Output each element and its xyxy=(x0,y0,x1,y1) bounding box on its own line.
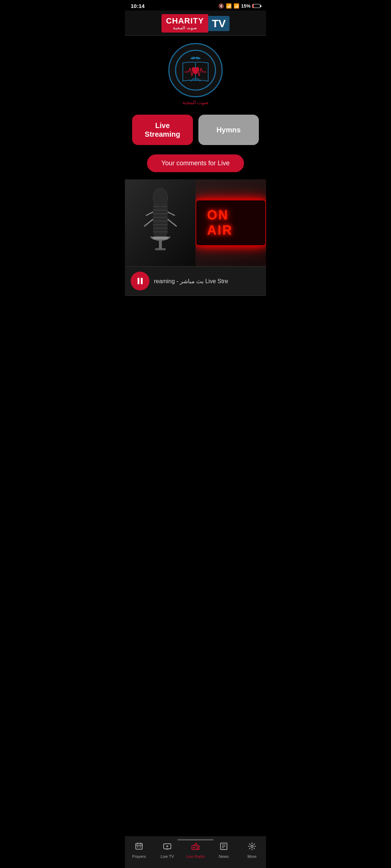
logo-arabic-text: صوت المحبة xyxy=(168,99,223,105)
charity-logo: CHARITY صوت المحبة xyxy=(161,14,208,33)
wifi-icon: 📶 xyxy=(226,3,232,9)
on-air-sign: ON AIR xyxy=(196,200,266,246)
battery-icon xyxy=(252,4,260,8)
comments-button[interactable]: Your comments for Live xyxy=(147,154,244,172)
status-icons: 🔇 📶 📶 15% xyxy=(218,3,260,9)
station-logo-svg xyxy=(174,48,217,92)
svg-line-15 xyxy=(168,212,175,216)
on-air-background: ON AIR xyxy=(125,179,266,266)
hymns-button[interactable]: Hymns xyxy=(198,115,259,145)
on-air-panel: ON AIR xyxy=(196,179,266,266)
live-streaming-button[interactable]: Live Streaming xyxy=(132,115,193,145)
on-air-section: ON AIR xyxy=(125,179,266,266)
pause-icon xyxy=(137,278,143,284)
app-header: CHARITY صوت المحبة TV xyxy=(125,10,266,36)
microphone-panel xyxy=(125,179,196,266)
svg-rect-18 xyxy=(152,237,168,239)
main-content: صوت المحبة Live Streaming Hymns Your com… xyxy=(125,36,266,296)
station-logo xyxy=(168,43,223,97)
svg-line-16 xyxy=(144,219,153,226)
on-air-text: ON AIR xyxy=(207,208,255,238)
svg-line-14 xyxy=(146,212,153,216)
play-pause-button[interactable] xyxy=(131,272,150,290)
signal-icon: 📶 xyxy=(234,3,239,9)
status-bar: 10:14 🔇 📶 📶 15% xyxy=(125,0,266,10)
player-track-text: reaming - بث مباشر Live Stre xyxy=(154,278,228,285)
comments-area: Your comments for Live xyxy=(125,151,266,179)
microphone-svg xyxy=(137,187,184,259)
mute-icon: 🔇 xyxy=(218,3,224,9)
player-bar: reaming - بث مباشر Live Stre xyxy=(125,266,266,296)
battery-percent: 15% xyxy=(241,3,251,9)
app-logo: CHARITY صوت المحبة TV xyxy=(161,14,229,33)
tv-logo: TV xyxy=(208,16,229,31)
status-time: 10:14 xyxy=(131,3,144,9)
main-buttons: Live Streaming Hymns xyxy=(125,109,266,151)
svg-line-17 xyxy=(168,219,177,226)
logo-circle-area: صوت المحبة xyxy=(125,36,266,109)
